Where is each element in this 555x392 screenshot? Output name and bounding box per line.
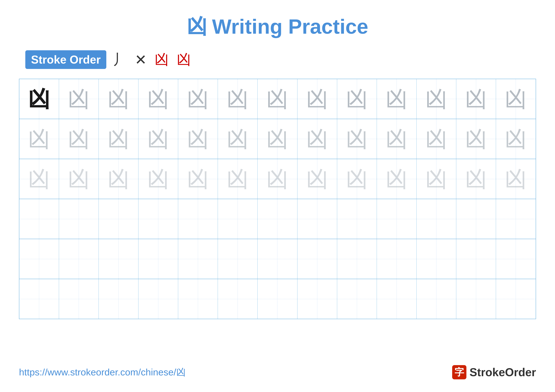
grid-cell-3-9[interactable]: 凶 — [337, 159, 377, 199]
grid-row-4 — [19, 199, 536, 239]
grid-cell-1-9[interactable]: 凶 — [337, 79, 377, 119]
grid-cell-5-4[interactable] — [139, 239, 178, 279]
grid-cell-4-1[interactable] — [19, 199, 59, 239]
grid-cell-1-3[interactable]: 凶 — [99, 79, 139, 119]
grid-cell-2-5[interactable]: 凶 — [178, 119, 218, 159]
grid-cell-1-8[interactable]: 凶 — [297, 79, 337, 119]
grid-cell-3-5[interactable]: 凶 — [178, 159, 218, 199]
grid-cell-6-10[interactable] — [377, 279, 416, 319]
footer-brand-logo: 字 — [452, 365, 466, 379]
grid-cell-6-3[interactable] — [99, 279, 139, 319]
grid-cell-3-2[interactable]: 凶 — [59, 159, 99, 199]
grid-cell-3-4[interactable]: 凶 — [139, 159, 178, 199]
char-guide: 凶 — [266, 168, 288, 190]
grid-cell-4-10[interactable] — [377, 199, 416, 239]
grid-cell-4-9[interactable] — [337, 199, 377, 239]
grid-cell-4-6[interactable] — [218, 199, 258, 239]
grid-cell-6-12[interactable] — [456, 279, 496, 319]
grid-cell-1-5[interactable]: 凶 — [178, 79, 218, 119]
grid-cell-5-6[interactable] — [218, 239, 258, 279]
grid-cell-4-2[interactable] — [59, 199, 99, 239]
practice-grid: 凶 凶 凶 凶 凶 凶 凶 凶 凶 — [19, 79, 536, 319]
grid-cell-3-13[interactable]: 凶 — [496, 159, 536, 199]
char-guide: 凶 — [187, 168, 209, 190]
grid-cell-2-8[interactable]: 凶 — [297, 119, 337, 159]
grid-cell-5-2[interactable] — [59, 239, 99, 279]
grid-cell-1-2[interactable]: 凶 — [59, 79, 99, 119]
grid-cell-3-8[interactable]: 凶 — [297, 159, 337, 199]
grid-cell-6-13[interactable] — [496, 279, 536, 319]
grid-cell-5-8[interactable] — [297, 239, 337, 279]
char-guide: 凶 — [346, 128, 368, 150]
grid-cell-5-3[interactable] — [99, 239, 139, 279]
char-guide: 凶 — [306, 128, 328, 150]
grid-cell-4-3[interactable] — [99, 199, 139, 239]
char-guide: 凶 — [68, 128, 90, 150]
grid-cell-3-12[interactable]: 凶 — [456, 159, 496, 199]
grid-cell-4-5[interactable] — [178, 199, 218, 239]
grid-cell-3-10[interactable]: 凶 — [377, 159, 416, 199]
grid-cell-1-13[interactable]: 凶 — [496, 79, 536, 119]
grid-cell-6-5[interactable] — [178, 279, 218, 319]
grid-cell-4-8[interactable] — [297, 199, 337, 239]
grid-cell-4-12[interactable] — [456, 199, 496, 239]
footer-url-link[interactable]: https://www.strokeorder.com/chinese/凶 — [19, 366, 186, 379]
char-guide: 凶 — [107, 168, 130, 190]
grid-cell-6-8[interactable] — [297, 279, 337, 319]
grid-cell-2-10[interactable]: 凶 — [377, 119, 416, 159]
grid-cell-5-9[interactable] — [337, 239, 377, 279]
grid-cell-1-4[interactable]: 凶 — [139, 79, 178, 119]
grid-cell-4-4[interactable] — [139, 199, 178, 239]
grid-cell-3-11[interactable]: 凶 — [416, 159, 456, 199]
grid-cell-6-9[interactable] — [337, 279, 377, 319]
grid-cell-5-10[interactable] — [377, 239, 416, 279]
grid-cell-2-1[interactable]: 凶 — [19, 119, 59, 159]
grid-cell-3-7[interactable]: 凶 — [258, 159, 297, 199]
grid-cell-1-12[interactable]: 凶 — [456, 79, 496, 119]
char-guide: 凶 — [465, 128, 487, 150]
grid-cell-2-4[interactable]: 凶 — [139, 119, 178, 159]
char-guide: 凶 — [505, 128, 527, 150]
grid-cell-2-13[interactable]: 凶 — [496, 119, 536, 159]
grid-row-6 — [19, 279, 536, 319]
grid-cell-3-3[interactable]: 凶 — [99, 159, 139, 199]
char-guide: 凶 — [465, 168, 487, 190]
char-guide: 凶 — [386, 88, 408, 110]
grid-cell-5-13[interactable] — [496, 239, 536, 279]
grid-cell-5-1[interactable] — [19, 239, 59, 279]
char-guide: 凶 — [147, 128, 169, 150]
grid-cell-2-2[interactable]: 凶 — [59, 119, 99, 159]
grid-cell-1-1[interactable]: 凶 — [19, 79, 59, 119]
grid-cell-4-13[interactable] — [496, 199, 536, 239]
grid-cell-1-10[interactable]: 凶 — [377, 79, 416, 119]
grid-cell-2-3[interactable]: 凶 — [99, 119, 139, 159]
grid-row-5 — [19, 239, 536, 279]
grid-cell-5-7[interactable] — [258, 239, 297, 279]
grid-cell-4-11[interactable] — [416, 199, 456, 239]
grid-cell-6-4[interactable] — [139, 279, 178, 319]
char-guide: 凶 — [505, 168, 527, 190]
grid-cell-5-5[interactable] — [178, 239, 218, 279]
grid-cell-3-1[interactable]: 凶 — [19, 159, 59, 199]
grid-cell-6-11[interactable] — [416, 279, 456, 319]
grid-cell-6-1[interactable] — [19, 279, 59, 319]
char-guide: 凶 — [107, 88, 130, 110]
grid-cell-6-2[interactable] — [59, 279, 99, 319]
grid-cell-2-12[interactable]: 凶 — [456, 119, 496, 159]
grid-cell-2-9[interactable]: 凶 — [337, 119, 377, 159]
grid-cell-2-6[interactable]: 凶 — [218, 119, 258, 159]
stroke-steps: 丿 ✕ 凶 凶 — [113, 50, 191, 69]
grid-cell-1-7[interactable]: 凶 — [258, 79, 297, 119]
grid-cell-2-11[interactable]: 凶 — [416, 119, 456, 159]
brand-logo-char: 字 — [454, 366, 464, 379]
grid-cell-5-12[interactable] — [456, 239, 496, 279]
page-title: 凶 Writing Practice — [187, 13, 368, 41]
grid-cell-2-7[interactable]: 凶 — [258, 119, 297, 159]
grid-cell-1-6[interactable]: 凶 — [218, 79, 258, 119]
grid-cell-6-7[interactable] — [258, 279, 297, 319]
grid-cell-6-6[interactable] — [218, 279, 258, 319]
grid-cell-1-11[interactable]: 凶 — [416, 79, 456, 119]
grid-cell-3-6[interactable]: 凶 — [218, 159, 258, 199]
grid-cell-4-7[interactable] — [258, 199, 297, 239]
grid-cell-5-11[interactable] — [416, 239, 456, 279]
